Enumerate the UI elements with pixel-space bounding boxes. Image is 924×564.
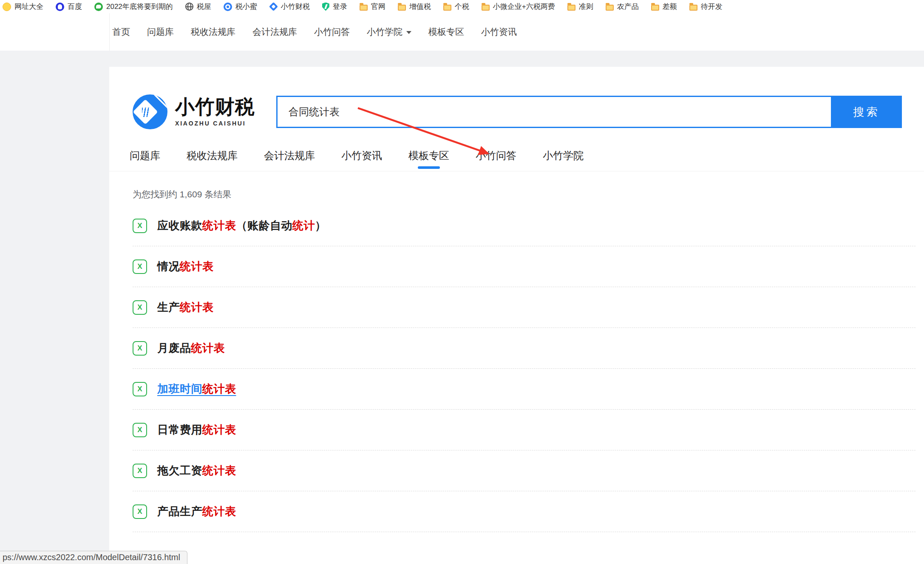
results-list: X应收账款统计表（账龄自动统计）X情况统计表X生产统计表X月废品统计表X加班时间… bbox=[133, 205, 915, 532]
nav-link-label: 小竹问答 bbox=[314, 26, 350, 38]
bookmark-item[interactable]: 百度 bbox=[56, 2, 82, 11]
title-segment: 应收账款 bbox=[157, 219, 202, 232]
bookmark-item[interactable]: 待开发 bbox=[689, 2, 723, 11]
excel-file-icon: X bbox=[133, 259, 147, 274]
result-item[interactable]: X应收账款统计表（账龄自动统计） bbox=[133, 205, 915, 246]
tab-label: 税收法规库 bbox=[187, 150, 238, 161]
title-segment: 统计表 bbox=[202, 423, 236, 436]
green-shield-icon bbox=[322, 3, 329, 11]
result-title: 加班时间统计表 bbox=[157, 382, 236, 396]
nav-link-label: 首页 bbox=[112, 26, 130, 38]
baidu-icon bbox=[56, 3, 64, 11]
nav-link[interactable]: 问题库 bbox=[147, 26, 174, 38]
nav-link[interactable]: 小竹问答 bbox=[314, 26, 350, 38]
bookmark-label: 网址大全 bbox=[14, 2, 43, 11]
chevron-down-icon bbox=[406, 31, 411, 34]
site-header-nav: 首页问题库税收法规库会计法规库小竹问答小竹学院模板专区小竹资讯 bbox=[0, 13, 924, 51]
search-box: 搜索 bbox=[276, 96, 902, 128]
bookmark-label: 待开发 bbox=[701, 2, 723, 11]
result-item[interactable]: X情况统计表 bbox=[133, 246, 915, 287]
tab-label: 小竹学院 bbox=[543, 150, 584, 161]
nav-link[interactable]: 小竹资讯 bbox=[481, 26, 517, 38]
title-segment: 统计表 bbox=[180, 301, 214, 313]
bookmark-label: 官网 bbox=[371, 2, 385, 11]
result-title: 情况统计表 bbox=[157, 259, 214, 274]
bookmark-label: 准则 bbox=[579, 2, 593, 11]
yellow-circle-icon bbox=[3, 3, 11, 11]
bookmark-item[interactable]: 农产品 bbox=[606, 2, 639, 11]
bookmark-label: 登录 bbox=[333, 2, 347, 11]
bookmark-item[interactable]: 小竹财税 bbox=[269, 2, 310, 11]
active-tab-underline bbox=[418, 166, 440, 169]
result-title: 生产统计表 bbox=[157, 300, 214, 315]
excel-file-icon: X bbox=[133, 423, 147, 437]
xiaozhu-logo-icon bbox=[133, 94, 167, 129]
excel-file-icon: X bbox=[133, 382, 147, 396]
bookmark-item[interactable]: 准则 bbox=[567, 2, 593, 11]
folder-icon bbox=[398, 5, 406, 11]
search-tab[interactable]: 小竹学院 bbox=[543, 149, 584, 171]
site-logo[interactable]: 小竹财税 XIAOZHU CAISHUI bbox=[133, 94, 255, 129]
result-item[interactable]: X加班时间统计表 bbox=[133, 369, 915, 410]
search-tab[interactable]: 会计法规库 bbox=[264, 149, 315, 171]
search-tab[interactable]: 小竹问答 bbox=[476, 149, 516, 171]
nav-link[interactable]: 税收法规库 bbox=[191, 26, 235, 38]
bookmark-item[interactable]: 税小蜜 bbox=[224, 2, 257, 11]
nav-link-label: 小竹资讯 bbox=[481, 26, 517, 38]
result-item[interactable]: X拖欠工资统计表 bbox=[133, 450, 915, 491]
result-item[interactable]: X日常费用统计表 bbox=[133, 410, 915, 450]
title-segment: 统计表 bbox=[202, 464, 236, 477]
bookmark-label: 小微企业+六税两费 bbox=[493, 2, 555, 11]
result-title: 月废品统计表 bbox=[157, 341, 225, 356]
title-segment: 日常费用 bbox=[157, 423, 202, 436]
result-item[interactable]: X月废品统计表 bbox=[133, 328, 915, 369]
title-segment: 情况 bbox=[157, 260, 180, 273]
title-segment: 统计表 bbox=[202, 219, 236, 232]
title-segment: 统计表 bbox=[202, 382, 236, 395]
bookmark-item[interactable]: 个税 bbox=[443, 2, 469, 11]
folder-icon bbox=[606, 5, 614, 11]
result-title: 拖欠工资统计表 bbox=[157, 463, 236, 478]
nav-link-label: 会计法规库 bbox=[252, 26, 297, 38]
nav-link[interactable]: 首页 bbox=[112, 26, 130, 38]
bookmark-item[interactable]: 税屋 bbox=[185, 2, 211, 11]
title-segment: 统计表 bbox=[202, 505, 236, 518]
search-tab[interactable]: 模板专区 bbox=[408, 149, 449, 171]
folder-icon bbox=[689, 5, 697, 11]
bookmark-label: 2022年底将要到期的 bbox=[106, 2, 173, 11]
bookmark-item[interactable]: 登录 bbox=[322, 2, 347, 11]
result-item[interactable]: X生产统计表 bbox=[133, 287, 915, 328]
result-title: 日常费用统计表 bbox=[157, 422, 236, 437]
title-segment: 加班时间 bbox=[157, 382, 202, 395]
title-segment: 统计 bbox=[292, 219, 315, 232]
bookmark-item[interactable]: 增值税 bbox=[398, 2, 431, 11]
bookmark-item[interactable]: 2022年底将要到期的 bbox=[94, 2, 173, 11]
search-input[interactable] bbox=[276, 96, 831, 128]
title-segment: 月废品 bbox=[157, 342, 191, 354]
nav-link[interactable]: 小竹学院 bbox=[367, 26, 411, 38]
bookmark-item[interactable]: 网址大全 bbox=[3, 2, 43, 11]
folder-icon bbox=[360, 5, 368, 11]
nav-link-label: 模板专区 bbox=[428, 26, 464, 38]
title-segment: 拖欠工资 bbox=[157, 464, 202, 477]
bookmark-item[interactable]: 差额 bbox=[651, 2, 677, 11]
bookmark-item[interactable]: 官网 bbox=[360, 2, 385, 11]
bookmark-item[interactable]: 小微企业+六税两费 bbox=[482, 2, 555, 11]
nav-link[interactable]: 会计法规库 bbox=[252, 26, 297, 38]
result-item[interactable]: X产品生产统计表 bbox=[133, 491, 915, 532]
result-title: 产品生产统计表 bbox=[157, 504, 236, 519]
search-tab[interactable]: 税收法规库 bbox=[187, 149, 238, 171]
wechat-icon bbox=[94, 3, 103, 11]
result-title: 应收账款统计表（账龄自动统计） bbox=[157, 218, 326, 233]
excel-file-icon: X bbox=[133, 219, 147, 233]
bookmarks-bar: 网址大全百度2022年底将要到期的税屋税小蜜小竹财税登录官网增值税个税小微企业+… bbox=[0, 0, 924, 14]
search-button[interactable]: 搜索 bbox=[831, 96, 902, 128]
bookmark-label: 差额 bbox=[663, 2, 677, 11]
globe-icon bbox=[185, 3, 193, 11]
bookmark-label: 小竹财税 bbox=[281, 2, 310, 11]
search-tab[interactable]: 小竹资讯 bbox=[341, 149, 382, 171]
nav-link[interactable]: 模板专区 bbox=[428, 26, 464, 38]
tab-label: 会计法规库 bbox=[264, 150, 315, 161]
search-tab[interactable]: 问题库 bbox=[130, 149, 160, 171]
nav-link-label: 问题库 bbox=[147, 26, 174, 38]
